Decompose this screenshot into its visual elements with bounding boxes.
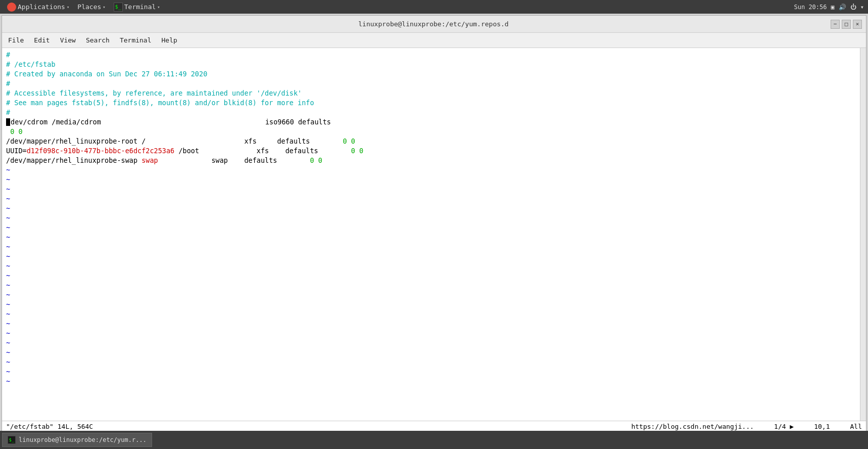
system-bar-right: Sun 20:56 ▣ 🔊 ⏻ ▾	[794, 4, 864, 11]
editor-line: ~	[6, 223, 856, 233]
editor-line: ~	[6, 261, 856, 271]
power-icon: ⏻	[850, 4, 856, 11]
editor-line: /dev/mapper/rhel_linuxprobe-swap swap sw…	[6, 156, 856, 165]
editor-line: ~	[6, 367, 856, 377]
status-right: https://blog.csdn.net/wangji... 1/4 ▶ 10…	[631, 423, 862, 430]
status-url: https://blog.csdn.net/wangji...	[631, 423, 754, 430]
editor-line: ~	[6, 309, 856, 319]
editor-line: ~	[6, 329, 856, 338]
editor-line: UUID=d12f098c-910b-477b-bbbc-e6dcf2c253a…	[6, 146, 856, 156]
terminal-window: linuxprobe@linuxprobe:/etc/yum.repos.d −…	[2, 15, 866, 432]
applications-icon	[7, 3, 16, 12]
taskbar-terminal-item[interactable]: $_ linuxprobe@linuxprobe:/etc/yum.r...	[2, 433, 152, 447]
editor-line: /dev/mapper/rhel_linuxprobe-root / xfs d…	[6, 137, 856, 146]
title-bar: linuxprobe@linuxprobe:/etc/yum.repos.d −…	[2, 16, 866, 33]
editor-line: dev/cdrom /media/cdrom iso9660 defaults	[6, 117, 856, 127]
clock: Sun 20:56	[794, 4, 827, 11]
editor-content[interactable]: # # /etc/fstab # Created by anaconda on …	[2, 48, 860, 421]
status-pages: 1/4 ▶	[774, 423, 794, 430]
editor-line: ~	[6, 204, 856, 213]
taskbar-item-label: linuxprobe@linuxprobe:/etc/yum.r...	[19, 436, 147, 443]
editor-line: 0 0	[6, 127, 856, 137]
editor-line: # See man pages fstab(5), findfs(8), mou…	[6, 98, 856, 108]
editor-line: ~	[6, 271, 856, 281]
taskbar: $_ linuxprobe@linuxprobe:/etc/yum.r...	[0, 431, 868, 449]
system-bar: Applications ▾ Places ▾ $_ Terminal ▾ Su…	[0, 0, 868, 14]
sys-dropdown-chevron: ▾	[860, 4, 864, 11]
applications-label: Applications	[18, 3, 65, 11]
terminal-menu[interactable]: $_ Terminal ▾	[111, 2, 163, 13]
taskbar-terminal-icon: $_	[8, 436, 16, 444]
editor-line: # Created by anaconda on Sun Dec 27 06:1…	[6, 69, 856, 79]
volume-icon: 🔊	[839, 4, 846, 11]
editor-line: ~	[6, 252, 856, 261]
menu-help[interactable]: Help	[158, 35, 181, 46]
editor-line: ~	[6, 377, 856, 386]
editor-line: ~	[6, 233, 856, 242]
editor-line: ~	[6, 338, 856, 348]
title-bar-title: linuxprobe@linuxprobe:/etc/yum.repos.d	[36, 20, 831, 28]
applications-menu[interactable]: Applications ▾	[4, 2, 72, 13]
editor-line: ~	[6, 194, 856, 204]
status-file-info: "/etc/fstab" 14L, 564C	[6, 423, 93, 430]
editor-line: ~	[6, 185, 856, 194]
editor-line: ~	[6, 242, 856, 252]
status-view: All	[850, 423, 862, 430]
maximize-button[interactable]: □	[842, 20, 851, 29]
menu-file[interactable]: File	[4, 35, 28, 46]
menu-view[interactable]: View	[56, 35, 80, 46]
places-chevron: ▾	[103, 5, 105, 10]
terminal-label: Terminal	[124, 3, 156, 11]
close-button[interactable]: ×	[853, 20, 862, 29]
editor-line: ~	[6, 165, 856, 175]
status-bar: "/etc/fstab" 14L, 564C https://blog.csdn…	[2, 421, 866, 432]
scrollbar[interactable]	[860, 48, 866, 421]
editor-line: #	[6, 79, 856, 88]
editor-line: ~	[6, 300, 856, 309]
editor-line: ~	[6, 213, 856, 223]
editor-area: # # /etc/fstab # Created by anaconda on …	[2, 48, 866, 432]
system-bar-left: Applications ▾ Places ▾ $_ Terminal ▾	[4, 2, 163, 13]
applications-chevron: ▾	[67, 5, 69, 10]
editor-line: ~	[6, 290, 856, 300]
editor-line: ~	[6, 175, 856, 185]
editor-line: ~	[6, 319, 856, 329]
menu-search[interactable]: Search	[82, 35, 114, 46]
terminal-chevron: ▾	[157, 5, 160, 10]
menu-terminal[interactable]: Terminal	[116, 35, 156, 46]
editor-line: # /etc/fstab	[6, 60, 856, 69]
title-bar-controls: − □ ×	[831, 20, 862, 29]
editor-line: # Accessible filesystems, by reference, …	[6, 88, 856, 98]
editor-line: #	[6, 50, 856, 60]
places-label: Places	[77, 3, 101, 11]
editor-line: ~	[6, 348, 856, 357]
editor-line: ~	[6, 281, 856, 290]
editor-line: ~	[6, 357, 856, 367]
window-icon: ▣	[831, 4, 835, 11]
minimize-button[interactable]: −	[831, 20, 840, 29]
places-menu[interactable]: Places ▾	[74, 2, 108, 12]
terminal-sys-icon: $_	[114, 3, 123, 12]
status-position: 10,1	[814, 423, 830, 430]
cursor	[6, 118, 10, 126]
menu-edit[interactable]: Edit	[30, 35, 54, 46]
sys-tray-icons: Sun 20:56 ▣ 🔊 ⏻ ▾	[794, 4, 864, 11]
editor-line: #	[6, 108, 856, 117]
menu-bar: File Edit View Search Terminal Help	[2, 33, 866, 48]
